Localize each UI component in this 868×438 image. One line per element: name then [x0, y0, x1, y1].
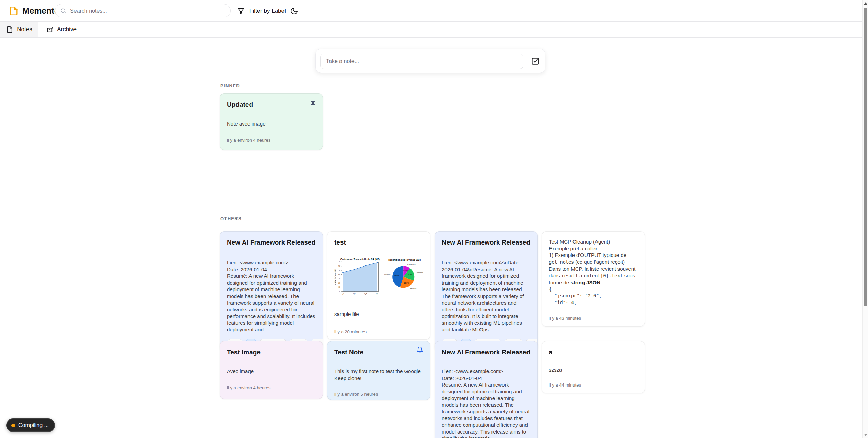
attachment-label: sample file — [334, 311, 423, 317]
note-composer — [315, 49, 545, 73]
tab-bar: Notes Archive — [0, 22, 868, 38]
archive-icon — [46, 26, 53, 33]
svg-text:10.0%: 10.0% — [403, 269, 408, 271]
note-title: New AI Framework Released — [227, 238, 316, 247]
mcp-code-block: { "jsonrpc": "2.0", "id": 4,… — [549, 286, 638, 306]
note-title: Updated — [227, 100, 316, 109]
compiling-dot — [11, 424, 15, 427]
note-card-test-image[interactable]: Test Image Avec image il y a environ 4 h… — [220, 341, 323, 399]
svg-text:Consulting: Consulting — [407, 263, 416, 265]
note-time: il y a 43 minutes — [549, 316, 638, 321]
theme-toggle-button[interactable] — [290, 6, 300, 16]
compiling-badge[interactable]: Compiling ... — [6, 418, 55, 432]
svg-text:20: 20 — [338, 282, 340, 284]
svg-text:Q4: Q4 — [376, 293, 378, 295]
composer-input[interactable] — [320, 54, 523, 69]
note-card-ai-framework-1[interactable]: New AI Framework Released Lien: <www.exa… — [220, 231, 323, 352]
note-body: Lien: <www.example.com> Date: 2026-01-04… — [442, 368, 531, 438]
filter-by-label-button[interactable]: Filter by Label — [237, 0, 286, 22]
app-logo: Memento — [9, 0, 59, 22]
svg-text:Services: Services — [409, 287, 416, 289]
note-logo-icon — [9, 6, 19, 16]
checklist-button[interactable] — [531, 57, 540, 66]
tab-label: Notes — [17, 26, 32, 33]
mcp-inline-code: result.content[0].text — [562, 273, 623, 279]
revenue-pie-chart: 45.0%Produits25.0%Services20.0%Licences1… — [384, 256, 423, 295]
svg-text:Croissance Trimestrielle du CA: Croissance Trimestrielle du CA (M€) — [340, 258, 380, 261]
mcp-inline-code: get_notes — [549, 259, 574, 265]
note-title: Test Image — [227, 348, 316, 356]
svg-text:Produits: Produits — [384, 274, 391, 276]
reminder-bell-icon[interactable] — [416, 346, 424, 354]
memento-app: Memento Filter by Label Notes Archive — [0, 0, 868, 438]
app-title: Memento — [22, 6, 59, 16]
note-card-mcp-cleanup[interactable]: Test MCP Cleanup (Agent) — Exemple prêt … — [542, 231, 645, 327]
note-title: a — [549, 348, 638, 356]
note-body: Test MCP Cleanup (Agent) — Exemple prêt … — [549, 238, 638, 286]
note-time: il y a environ 4 heures — [227, 385, 316, 390]
tab-label: Archive — [57, 26, 77, 33]
note-body: Lien: <www.example.com>\nDate: 2026-01-0… — [442, 259, 531, 333]
note-time: il y a environ 5 heures — [334, 392, 423, 397]
svg-text:45.0%: 45.0% — [394, 275, 399, 277]
scroll-down-arrow[interactable] — [864, 434, 867, 436]
checklist-icon — [531, 57, 540, 66]
note-card-ai-framework-3[interactable]: New AI Framework Released Lien: <www.exa… — [435, 341, 538, 438]
svg-text:Q1: Q1 — [342, 293, 344, 295]
svg-text:60: 60 — [338, 265, 340, 267]
note-title: New AI Framework Released — [442, 238, 531, 247]
svg-text:Répartition des Revenus 2024: Répartition des Revenus 2024 — [388, 259, 421, 261]
app-header: Memento Filter by Label — [0, 0, 868, 22]
search-box — [55, 4, 231, 17]
scrollbar — [862, 0, 868, 438]
note-card-ai-framework-2[interactable]: New AI Framework Released Lien: <www.exa… — [435, 231, 538, 352]
note-card-test-note[interactable]: Test Note This is my first note to test … — [327, 341, 430, 400]
compiling-label: Compiling ... — [18, 422, 49, 428]
note-body: Avec image — [227, 368, 316, 375]
mcp-line2: 1) Exemple d'OUTPUT typique de — [549, 252, 626, 258]
svg-text:20.0%: 20.0% — [407, 274, 413, 276]
section-label-pinned: PINNED — [220, 83, 240, 88]
note-title: test — [334, 238, 423, 247]
filter-icon — [237, 7, 245, 15]
scrollbar-thumb[interactable] — [864, 8, 867, 306]
svg-text:0: 0 — [339, 291, 340, 293]
tab-archive[interactable]: Archive — [38, 22, 84, 37]
note-title: Test Note — [334, 348, 423, 356]
svg-text:Q2: Q2 — [353, 293, 356, 295]
note-title: New AI Framework Released — [442, 348, 531, 356]
svg-text:Q3: Q3 — [364, 293, 367, 295]
svg-text:Licences: Licences — [416, 272, 423, 274]
svg-text:30: 30 — [338, 278, 340, 280]
file-icon — [6, 26, 13, 33]
search-input[interactable] — [70, 8, 218, 14]
note-body: Lien: <www.example.com> Date: 2026-01-04… — [227, 259, 316, 333]
pin-icon[interactable] — [309, 100, 318, 109]
revenue-line-chart: 010203040506070Q1Q2Q3Q4Croissance Trimes… — [334, 255, 380, 299]
search-icon — [60, 8, 67, 14]
note-attachments: 010203040506070Q1Q2Q3Q4Croissance Trimes… — [334, 255, 423, 299]
note-body: Note avec image — [227, 120, 316, 127]
note-card-updated[interactable]: Updated Note avec image il y a environ 4… — [220, 93, 323, 150]
note-time: il y a 44 minutes — [549, 382, 638, 388]
tab-notes[interactable]: Notes — [0, 22, 38, 37]
svg-text:25.0%: 25.0% — [404, 282, 409, 284]
note-card-test[interactable]: test 010203040506070Q1Q2Q3Q4Croissance T… — [327, 231, 430, 340]
scroll-up-arrow[interactable] — [864, 2, 867, 5]
note-body: szsza — [549, 367, 638, 374]
mcp-line1: Test MCP Cleanup (Agent) — Exemple prêt … — [549, 239, 616, 251]
svg-text:40: 40 — [338, 274, 340, 275]
svg-text:50: 50 — [338, 270, 340, 271]
filter-label: Filter by Label — [249, 8, 286, 14]
note-card-a[interactable]: a szsza il y a 44 minutes — [542, 341, 645, 393]
svg-text:Chiffre d'affaires (M€): Chiffre d'affaires (M€) — [335, 269, 336, 285]
svg-text:10: 10 — [338, 286, 340, 288]
note-body: This is my first note to test the Google… — [334, 368, 423, 381]
note-time: il y a 20 minutes — [334, 329, 423, 334]
moon-icon — [290, 7, 298, 15]
section-label-others: OTHERS — [220, 216, 242, 221]
note-time: il y a environ 4 heures — [227, 138, 316, 143]
svg-text:70: 70 — [338, 261, 340, 263]
